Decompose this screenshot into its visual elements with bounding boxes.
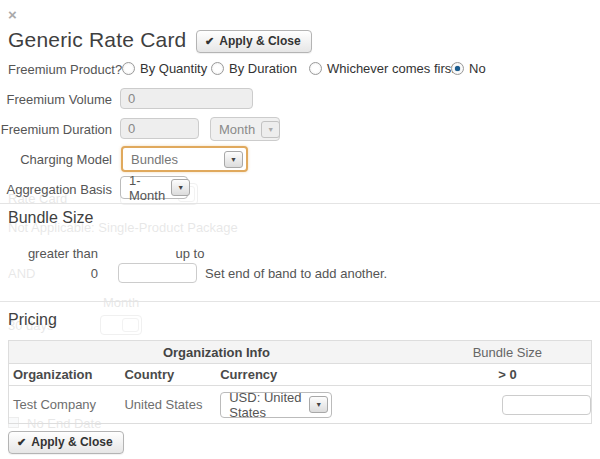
selected-value: Month — [219, 122, 255, 137]
bundle-size-heading: Bundle Size — [8, 209, 93, 227]
radio-icon — [451, 62, 464, 75]
organization-column-header: Organization — [9, 364, 121, 386]
radio-icon — [122, 62, 135, 75]
bundle-size-input[interactable] — [502, 395, 591, 415]
table-group-header-row: Organization Info Bundle Size — [9, 341, 592, 364]
close-icon[interactable]: × — [8, 6, 17, 23]
table-column-header-row: Organization Country Currency > 0 — [9, 364, 592, 386]
currency-select[interactable]: USD: United States ▼ — [220, 392, 332, 418]
apply-close-label: Apply & Close — [219, 34, 300, 48]
radio-no[interactable]: No — [451, 61, 486, 76]
band-greater-than-value: 0 — [0, 266, 98, 281]
greater-than-column-header: greater than — [0, 246, 98, 261]
section-divider — [0, 301, 600, 302]
currency-column-header: Currency — [216, 364, 424, 386]
bundle-size-group-header: Bundle Size — [424, 341, 592, 364]
apply-close-button-top[interactable]: ✔ Apply & Close — [196, 30, 312, 53]
dropdown-arrow-icon: ▼ — [171, 179, 190, 196]
ghost-month-label: Month — [103, 295, 139, 310]
selected-value: USD: United States — [229, 390, 303, 420]
selected-value: Bundles — [131, 152, 178, 167]
duration-unit-select[interactable]: Month ▼ — [210, 117, 280, 141]
freemium-product-label: Freemium Product? — [8, 62, 122, 77]
radio-icon — [309, 62, 322, 75]
pricing-table: Organization Info Bundle Size Organizati… — [8, 340, 592, 424]
dropdown-arrow-icon: ▼ — [309, 396, 328, 413]
ghost-select — [100, 315, 142, 335]
dropdown-arrow-icon: ▼ — [261, 121, 280, 138]
greater-than-zero-column-header: > 0 — [424, 364, 592, 386]
pricing-heading: Pricing — [8, 311, 57, 329]
aggregation-basis-select[interactable]: 1-Month ▼ — [120, 176, 188, 199]
aggregation-basis-label: Aggregation Basis — [0, 182, 112, 197]
radio-icon — [211, 62, 224, 75]
apply-close-button-bottom[interactable]: ✔ Apply & Close — [8, 431, 124, 454]
organization-info-group-header: Organization Info — [9, 341, 424, 364]
band-up-to-input[interactable] — [118, 263, 197, 283]
band-hint-text: Set end of band to add another. — [205, 266, 387, 281]
freemium-duration-label: Freemium Duration — [0, 122, 112, 137]
charging-model-label: Charging Model — [0, 152, 112, 167]
selected-value: 1-Month — [129, 173, 165, 203]
organization-cell: Test Company — [9, 386, 121, 424]
country-column-header: Country — [120, 364, 216, 386]
radio-label: By Quantity — [140, 61, 207, 76]
radio-by-duration[interactable]: By Duration — [211, 61, 297, 76]
charging-model-select[interactable]: Bundles ▼ — [121, 146, 248, 172]
freemium-duration-input[interactable] — [120, 118, 199, 139]
table-row: Test Company United States USD: United S… — [9, 386, 592, 424]
apply-close-label: Apply & Close — [31, 435, 112, 449]
freemium-volume-label: Freemium Volume — [0, 92, 112, 107]
radio-whichever-comes-first[interactable]: Whichever comes first — [309, 61, 455, 76]
up-to-column-header: up to — [160, 246, 220, 261]
radio-label: Whichever comes first — [327, 61, 455, 76]
page-title: Generic Rate Card — [8, 28, 186, 52]
radio-by-quantity[interactable]: By Quantity — [122, 61, 207, 76]
section-divider — [0, 203, 600, 204]
radio-label: No — [469, 61, 486, 76]
freemium-volume-input[interactable] — [120, 88, 253, 109]
check-icon: ✔ — [205, 35, 214, 48]
country-cell: United States — [120, 386, 216, 424]
check-icon: ✔ — [17, 436, 26, 449]
generic-rate-card-dialog: Rate Card Not Applicable: Single-Product… — [0, 0, 600, 459]
radio-label: By Duration — [229, 61, 297, 76]
dropdown-arrow-icon: ▼ — [224, 151, 243, 168]
